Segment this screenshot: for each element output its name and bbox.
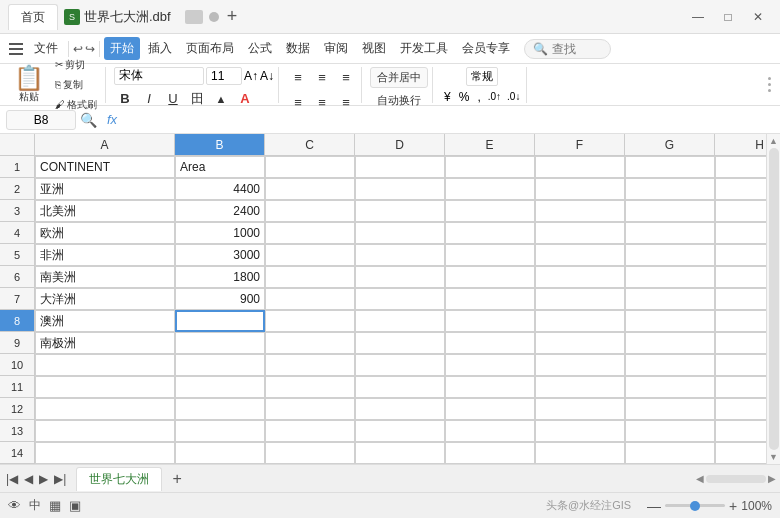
col-header-A[interactable]: A (35, 134, 175, 156)
align-middle-btn[interactable]: ≡ (311, 67, 333, 89)
cell-7-3[interactable] (355, 288, 445, 310)
merge-btn[interactable]: 合并居中 (370, 67, 428, 88)
cell-9-6[interactable] (625, 332, 715, 354)
cell-12-6[interactable] (625, 398, 715, 420)
cell-7-1[interactable]: 900 (175, 288, 265, 310)
status-grid-icon[interactable]: ▦ (49, 498, 61, 513)
cell-5-0[interactable]: 非洲 (35, 244, 175, 266)
cell-14-6[interactable] (625, 442, 715, 464)
cell-3-4[interactable] (445, 200, 535, 222)
row-header-2[interactable]: 2 (0, 178, 35, 200)
scrollbar-thumb[interactable] (769, 148, 779, 450)
cell-12-2[interactable] (265, 398, 355, 420)
menu-insert[interactable]: 插入 (142, 37, 178, 60)
cell-9-4[interactable] (445, 332, 535, 354)
col-header-H[interactable]: H (715, 134, 766, 156)
row-header-13[interactable]: 13 (0, 420, 35, 442)
col-header-B[interactable]: B (175, 134, 265, 156)
nav-next-icon[interactable]: ▶ (37, 470, 50, 488)
cell-1-0[interactable]: CONTINENT (35, 156, 175, 178)
cell-8-5[interactable] (535, 310, 625, 332)
col-header-G[interactable]: G (625, 134, 715, 156)
cell-6-3[interactable] (355, 266, 445, 288)
cell-7-7[interactable] (715, 288, 766, 310)
zoom-slider[interactable] (665, 504, 725, 507)
cell-1-5[interactable] (535, 156, 625, 178)
cell-6-6[interactable] (625, 266, 715, 288)
cell-4-0[interactable]: 欧洲 (35, 222, 175, 244)
cell-12-5[interactable] (535, 398, 625, 420)
border-btn[interactable]: 田 (186, 88, 208, 110)
cell-6-7[interactable] (715, 266, 766, 288)
cell-8-0[interactable]: 澳洲 (35, 310, 175, 332)
cell-4-1[interactable]: 1000 (175, 222, 265, 244)
align-bottom-btn[interactable]: ≡ (335, 67, 357, 89)
underline-btn[interactable]: U (162, 88, 184, 110)
cell-11-3[interactable] (355, 376, 445, 398)
number-format-select[interactable]: 常规 (466, 67, 498, 86)
font-name-input[interactable] (114, 67, 204, 85)
cell-13-1[interactable] (175, 420, 265, 442)
zoom-minus-btn[interactable]: — (647, 498, 661, 514)
cell-13-2[interactable] (265, 420, 355, 442)
row-header-9[interactable]: 9 (0, 332, 35, 354)
cell-12-7[interactable] (715, 398, 766, 420)
maximize-btn[interactable]: □ (714, 6, 742, 28)
search-input[interactable] (552, 42, 602, 56)
cell-8-3[interactable] (355, 310, 445, 332)
bold-btn[interactable]: B (114, 88, 136, 110)
cell-14-0[interactable] (35, 442, 175, 464)
cell-2-2[interactable] (265, 178, 355, 200)
cell-14-2[interactable] (265, 442, 355, 464)
formula-input[interactable] (127, 111, 774, 129)
cell-3-1[interactable]: 2400 (175, 200, 265, 222)
menu-layout[interactable]: 页面布局 (180, 37, 240, 60)
cell-8-6[interactable] (625, 310, 715, 332)
cell-9-7[interactable] (715, 332, 766, 354)
cell-7-4[interactable] (445, 288, 535, 310)
row-header-1[interactable]: 1 (0, 156, 35, 178)
menu-review[interactable]: 审阅 (318, 37, 354, 60)
cell-9-2[interactable] (265, 332, 355, 354)
cell-3-7[interactable] (715, 200, 766, 222)
cell-3-0[interactable]: 北美洲 (35, 200, 175, 222)
cell-4-3[interactable] (355, 222, 445, 244)
cell-12-0[interactable] (35, 398, 175, 420)
cell-1-4[interactable] (445, 156, 535, 178)
row-header-4[interactable]: 4 (0, 222, 35, 244)
font-size-up-icon[interactable]: A↑ (244, 69, 258, 83)
cell-8-4[interactable] (445, 310, 535, 332)
cell-13-4[interactable] (445, 420, 535, 442)
cell-1-6[interactable] (625, 156, 715, 178)
cell-2-4[interactable] (445, 178, 535, 200)
cell-10-7[interactable] (715, 354, 766, 376)
cell-4-4[interactable] (445, 222, 535, 244)
cell-14-3[interactable] (355, 442, 445, 464)
menu-data[interactable]: 数据 (280, 37, 316, 60)
cell-14-1[interactable] (175, 442, 265, 464)
status-eye-icon[interactable]: 👁 (8, 498, 21, 513)
cell-1-2[interactable] (265, 156, 355, 178)
menu-view[interactable]: 视图 (356, 37, 392, 60)
status-table-icon[interactable]: ▣ (69, 498, 81, 513)
nav-last-icon[interactable]: ▶| (52, 470, 68, 488)
cell-6-0[interactable]: 南美洲 (35, 266, 175, 288)
font-color-btn[interactable]: A (234, 88, 256, 110)
menu-formula[interactable]: 公式 (242, 37, 278, 60)
row-header-6[interactable]: 6 (0, 266, 35, 288)
cell-5-4[interactable] (445, 244, 535, 266)
percent-btn[interactable]: % (456, 89, 473, 105)
add-tab-btn[interactable]: + (227, 6, 238, 27)
cell-12-1[interactable] (175, 398, 265, 420)
cell-6-4[interactable] (445, 266, 535, 288)
nav-first-icon[interactable]: |◀ (4, 470, 20, 488)
col-header-E[interactable]: E (445, 134, 535, 156)
dec-inc-btn[interactable]: .0↑ (486, 90, 503, 103)
row-header-8[interactable]: 8 (0, 310, 35, 332)
cell-reference[interactable]: B8 (6, 110, 76, 130)
hamburger-menu[interactable] (6, 39, 26, 59)
cell-9-3[interactable] (355, 332, 445, 354)
copy-btn[interactable]: ⎘ 复制 (51, 76, 101, 94)
cell-4-6[interactable] (625, 222, 715, 244)
cell-1-3[interactable] (355, 156, 445, 178)
